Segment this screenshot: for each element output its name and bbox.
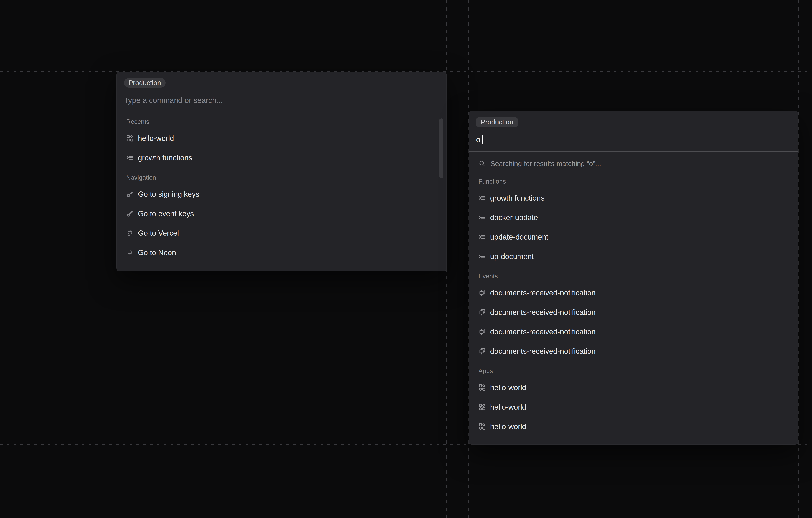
section-label: Navigation (126, 174, 437, 181)
list-item[interactable]: hello-world (476, 418, 791, 435)
search-input-value: o (476, 135, 481, 144)
list-item[interactable]: documents-received-notification (476, 324, 791, 340)
list-item-label: hello-world (138, 134, 174, 143)
section-items: Go to signing keys Go to event keys (124, 186, 439, 261)
function-icon (126, 154, 134, 161)
list-item-label: Go to Neon (138, 248, 176, 257)
list-item-label: hello-world (490, 383, 526, 392)
list-item-label: growth functions (138, 153, 192, 162)
list-item-label: Go to event keys (138, 209, 194, 218)
list-item-label: hello-world (490, 422, 526, 431)
event-icon (478, 308, 486, 316)
list-item[interactable]: docker-update (476, 209, 791, 226)
command-palette-left: Production Recents hello-world (116, 71, 447, 271)
list-item-label: Go to Vercel (138, 228, 179, 237)
list-item[interactable]: Go to Neon (124, 244, 439, 261)
palette-header: Production (117, 72, 446, 106)
list-item[interactable]: hello-world (124, 130, 439, 147)
list-item-label: Go to signing keys (138, 190, 199, 199)
section-label: Events (478, 272, 789, 280)
list-item-label: up-document (490, 252, 534, 261)
section-label: Functions (478, 178, 789, 185)
list-item[interactable]: up-document (476, 248, 791, 265)
list-item[interactable]: documents-received-notification (476, 304, 791, 321)
event-icon (478, 347, 486, 355)
function-icon (478, 214, 486, 221)
list-item[interactable]: documents-received-notification (476, 343, 791, 360)
palette-results: Searching for results matching “o”... Fu… (469, 152, 798, 439)
search-status-text: Searching for results matching “o”... (490, 160, 601, 167)
list-item-label: growth functions (490, 193, 545, 202)
list-item[interactable]: growth functions (476, 190, 791, 206)
list-item[interactable]: hello-world (476, 379, 791, 396)
list-item-label: docker-update (490, 213, 538, 222)
scrollbar-thumb[interactable] (439, 119, 443, 178)
list-item-label: update-document (490, 233, 548, 241)
palette-section: Navigation Go to signing keys (124, 174, 439, 261)
app-icon (478, 403, 486, 411)
event-icon (478, 289, 486, 297)
key-icon (126, 210, 134, 217)
list-item[interactable]: documents-received-notification (476, 284, 791, 301)
command-search-input[interactable] (124, 94, 439, 106)
function-icon (478, 253, 486, 260)
list-item-label: documents-received-notification (490, 308, 596, 316)
palette-section: Functions growth functions (476, 178, 791, 265)
section-label: Recents (126, 118, 437, 125)
section-items: documents-received-notification document… (476, 284, 791, 360)
app-icon (126, 134, 134, 142)
list-item[interactable]: Go to signing keys (124, 186, 439, 202)
palette-header: Production o (469, 111, 798, 145)
search-status-row: Searching for results matching “o”... (478, 157, 789, 170)
command-search-input[interactable]: o (476, 134, 791, 145)
list-item[interactable]: growth functions (124, 149, 439, 166)
event-icon (478, 328, 486, 335)
list-item-label: documents-received-notification (490, 347, 596, 356)
list-item[interactable]: update-document (476, 228, 791, 245)
function-icon (478, 233, 486, 241)
section-items: hello-world growth functions (124, 130, 439, 166)
desktop-background: Production Recents hello-world (0, 0, 812, 518)
palette-section: Apps hello-world (476, 367, 791, 435)
list-item[interactable]: Go to event keys (124, 205, 439, 222)
text-caret (482, 135, 483, 144)
section-label: Apps (478, 367, 789, 375)
function-icon (478, 194, 486, 202)
list-item[interactable]: hello-world (476, 399, 791, 415)
search-icon (478, 160, 486, 167)
palette-results: Recents hello-world (117, 113, 446, 266)
app-icon (478, 423, 486, 430)
command-palette-right: Production o Searching for results match… (469, 111, 799, 445)
plug-icon (126, 249, 134, 256)
section-items: growth functions docker-update (476, 190, 791, 265)
section-items: hello-world hello-world (476, 379, 791, 435)
palette-section: Recents hello-world (124, 118, 439, 166)
list-item-label: hello-world (490, 403, 526, 412)
palette-section: Events documents-received-notification (476, 272, 791, 360)
app-icon (478, 384, 486, 391)
list-item[interactable]: Go to Vercel (124, 225, 439, 241)
plug-icon (126, 229, 134, 237)
environment-badge[interactable]: Production (124, 78, 166, 88)
environment-badge[interactable]: Production (476, 117, 518, 127)
list-item-label: documents-received-notification (490, 288, 596, 297)
key-icon (126, 190, 134, 198)
list-item-label: documents-received-notification (490, 327, 596, 336)
